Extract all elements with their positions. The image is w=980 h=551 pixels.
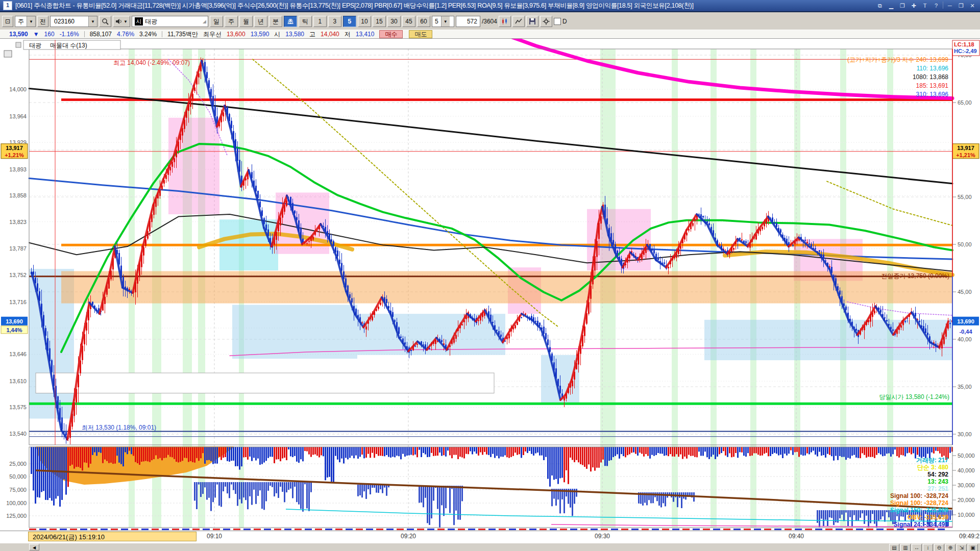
period-type-combo[interactable]: 주 ▼ [15, 16, 36, 27]
save-button[interactable] [526, 16, 538, 27]
h-expand-icon[interactable]: ↔ [912, 544, 922, 551]
obv-bar [839, 510, 841, 518]
help-icon[interactable]: ? [932, 2, 941, 10]
svg-text:50,000: 50,000 [958, 453, 975, 459]
restore-icon[interactable]: ❐ [957, 2, 966, 10]
text-tool-icon[interactable]: T [920, 2, 929, 10]
compare-button[interactable] [499, 16, 511, 27]
trend-stroke [82, 303, 89, 344]
price-change-pct: -1.16% [60, 31, 79, 38]
lc-value: LC:1,18 [954, 41, 974, 47]
svg-text:40,00: 40,00 [958, 336, 972, 342]
tray-icon[interactable]: ▁ [887, 2, 896, 10]
d-checkbox[interactable] [554, 18, 561, 25]
obv-bar [280, 482, 281, 487]
popout-icon[interactable]: ⧉ [875, 2, 885, 10]
bar-index-box[interactable]: 572 [456, 16, 480, 27]
period-tick-button[interactable]: 틱 [299, 16, 312, 27]
stock-code-input[interactable] [53, 17, 86, 26]
grid-icon[interactable]: ▥ [900, 544, 911, 551]
duplicate-icon[interactable]: ❐ [898, 2, 907, 10]
zigzag-icon [515, 18, 522, 25]
window-menu-button[interactable]: ⊡ [2, 16, 13, 27]
obv-bar [310, 482, 312, 492]
interval-combo[interactable]: 5 ▼ [432, 16, 454, 27]
svg-text:13,893: 13,893 [9, 166, 27, 172]
obv-bar [298, 482, 300, 505]
svg-text:13,610: 13,610 [9, 378, 27, 384]
period-week-button[interactable]: 주 [225, 16, 238, 27]
last-time-label: 09:49:2 [959, 533, 979, 540]
obv-bar [433, 486, 434, 500]
buy-button[interactable]: 매수 [379, 30, 403, 38]
volume-ratio: 4.76% [117, 31, 134, 38]
settings-button[interactable] [540, 16, 552, 27]
prev-stock-button[interactable]: 전 [37, 16, 48, 27]
obv-bar [378, 485, 379, 493]
interval-15-button[interactable]: 15 [373, 16, 386, 27]
sound-button[interactable]: ▼ [113, 16, 130, 27]
stock-code-combo[interactable]: ▼ [50, 16, 97, 27]
obv-bar [216, 482, 218, 485]
chart-annotation: 최고 14,040 (-2.49%, 09:07) [113, 59, 190, 66]
obv-bar [218, 482, 220, 506]
chevron-down-icon[interactable]: ▼ [27, 16, 35, 27]
pin-icon[interactable]: ✚ [909, 2, 918, 10]
indicator-menu-icon[interactable] [4, 51, 12, 57]
settings2-icon[interactable]: ▣ [968, 544, 978, 551]
obv-bar [212, 482, 214, 502]
period-year-button[interactable]: 년 [254, 16, 267, 27]
obv-bar [437, 486, 438, 509]
obv-bar [300, 482, 302, 509]
svg-text:25,000: 25,000 [9, 461, 27, 467]
volume-legend-entry: 13: 243 [927, 478, 948, 485]
obv-bar [872, 510, 873, 514]
obv-bar [231, 482, 232, 485]
chevron-down-icon[interactable]: ▼ [124, 19, 128, 24]
close-icon[interactable]: ✕ [968, 2, 977, 10]
interval-60-button[interactable]: 60 [417, 16, 430, 27]
interval-3-button[interactable]: 3 [328, 16, 341, 27]
sell-button[interactable]: 매도 [409, 30, 432, 38]
fit-icon[interactable]: ▤ [889, 544, 899, 551]
obv-bar [429, 486, 430, 525]
interval-5-button[interactable]: 5 [343, 16, 356, 27]
interval-45-button[interactable]: 45 [402, 16, 415, 27]
search-button[interactable] [99, 16, 111, 27]
svg-text:+1,21%: +1,21% [5, 152, 24, 158]
range-icon[interactable]: ⇲ [957, 544, 967, 551]
minimize-icon[interactable]: ─ [945, 2, 954, 10]
chevron-down-icon[interactable]: ▼ [88, 16, 97, 27]
period-second-button[interactable]: 초 [284, 16, 297, 27]
chart-area[interactable]: 14,00013,96413,92913,89313,85813,82313,7… [0, 39, 980, 531]
period-day-button[interactable]: 일 [210, 16, 223, 27]
volume-legend-entry: Signal 150: -325,899 [890, 507, 948, 514]
title-bar: 1 [0601] 주식종합차트 - 유통비율[52.0] 거래대금[11,728… [0, 0, 980, 12]
obv-bar [884, 510, 886, 522]
obv-bar [572, 489, 573, 516]
v-expand-icon[interactable]: ↕ [923, 544, 933, 551]
stock-name-combo[interactable]: 시 태광 ◢ [132, 16, 208, 27]
interval-1-button[interactable]: 1 [313, 16, 327, 27]
obv-bar [220, 482, 222, 507]
line-mode-button[interactable] [512, 16, 525, 27]
hc-value: HC:-2,49 [954, 48, 977, 54]
turnover-ratio: 3.24% [139, 31, 157, 38]
interval-10-button[interactable]: 10 [358, 16, 371, 27]
interval-30-button[interactable]: 30 [387, 16, 401, 27]
last-price: 13,590 [9, 31, 28, 38]
scroll-left-button[interactable]: ◀ [29, 544, 39, 550]
obv-bar [386, 485, 387, 496]
low-label: 저 [345, 30, 351, 39]
zoom-out-icon[interactable]: ⊖ [934, 544, 944, 551]
stock-name: 태광 [145, 17, 157, 26]
period-month-button[interactable]: 월 [239, 16, 253, 27]
volume-legend-entry: 27: 251 [927, 485, 948, 492]
obv-bar [681, 492, 682, 508]
chart-toolbar: ⊡ 주 ▼ 전 ▼ ▼ 시 태광 ◢ 일 주 월 년 분 초 틱 1 3 5 [0, 13, 980, 30]
obv-bar [210, 482, 212, 511]
obv-bar [253, 482, 255, 490]
period-minute-button[interactable]: 분 [269, 16, 282, 27]
zoom-in-icon[interactable]: ⊕ [945, 544, 955, 551]
chevron-down-icon[interactable]: ▼ [441, 16, 450, 27]
